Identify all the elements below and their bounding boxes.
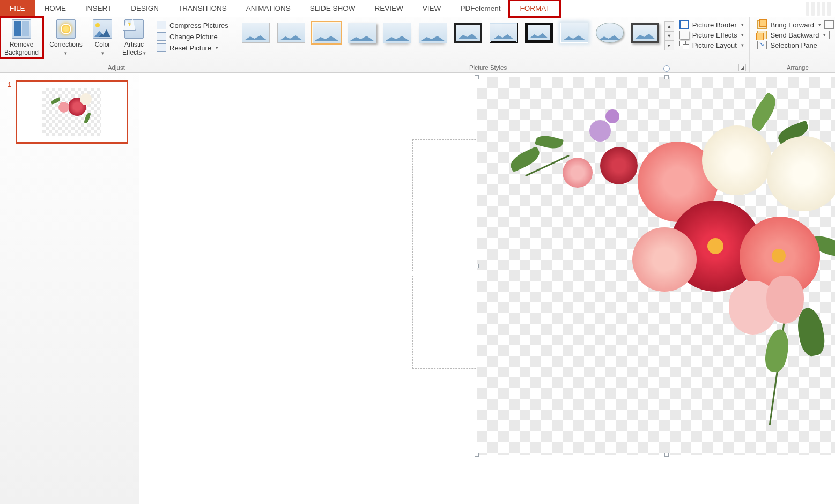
rotate-handle[interactable] <box>663 65 670 72</box>
slide-number: 1 <box>8 80 11 88</box>
remove-background-icon <box>12 19 31 39</box>
selection-pane-icon <box>757 41 767 49</box>
corrections-button[interactable]: Corrections▾ <box>46 18 86 57</box>
resize-handle-bl[interactable] <box>475 453 479 457</box>
chevron-down-icon: ▾ <box>741 22 744 27</box>
tab-animations[interactable]: ANIMATIONS <box>237 0 300 17</box>
tab-insert[interactable]: INSERT <box>76 0 121 17</box>
picture-style-9[interactable] <box>524 21 554 44</box>
picture-effects-button[interactable]: Picture Effects ▾ <box>679 31 744 39</box>
picture-style-2[interactable] <box>276 21 306 44</box>
group-button[interactable] <box>829 31 835 39</box>
tab-home[interactable]: HOME <box>35 0 76 17</box>
chevron-down-icon: ▾ <box>823 32 826 38</box>
reset-picture-button[interactable]: Reset Picture ▾ <box>153 43 232 53</box>
group-label-arrange: Arrange <box>753 63 835 72</box>
tab-file[interactable]: FILE <box>0 0 35 17</box>
resize-handle-tl[interactable] <box>475 75 479 79</box>
picture-style-10[interactable] <box>559 21 589 44</box>
picture-effects-icon <box>679 31 689 39</box>
picture-styles-dialog-launcher[interactable]: ◢ <box>738 64 746 71</box>
change-picture-icon <box>157 32 166 41</box>
color-button[interactable]: Color▾ <box>90 18 115 57</box>
picture-style-4[interactable] <box>347 21 377 44</box>
send-backward-icon <box>757 31 767 39</box>
thumbnail-image <box>42 88 101 136</box>
tab-design[interactable]: DESIGN <box>121 0 168 17</box>
resize-handle-ml[interactable] <box>475 264 479 268</box>
selection-pane-button[interactable]: Selection Pane <box>757 41 817 49</box>
tab-review[interactable]: REVIEW <box>365 0 413 17</box>
compress-pictures-button[interactable]: Compress Pictures <box>153 20 232 30</box>
slide-editor[interactable] <box>139 73 835 504</box>
resize-handle-tm[interactable] <box>664 75 669 79</box>
picture-style-5[interactable] <box>382 21 412 44</box>
chevron-down-icon: ▾ <box>64 50 67 56</box>
picture-styles-gallery <box>238 18 663 44</box>
chevron-down-icon: ▾ <box>142 50 146 56</box>
tab-slideshow[interactable]: SLIDE SHOW <box>300 0 365 17</box>
picture-style-1[interactable] <box>241 21 271 44</box>
picture-style-11[interactable] <box>595 21 625 44</box>
chevron-down-icon: ▾ <box>216 45 218 50</box>
picture-style-12[interactable] <box>630 21 660 44</box>
chevron-down-icon: ▾ <box>741 42 744 48</box>
picture-layout-button[interactable]: Picture Layout ▾ <box>679 41 744 49</box>
picture-style-6[interactable] <box>418 21 448 44</box>
tab-transitions[interactable]: TRANSITIONS <box>168 0 237 17</box>
gallery-more-button[interactable]: ▾ <box>664 41 674 50</box>
picture-border-icon <box>679 20 689 29</box>
resize-handle-bm[interactable] <box>664 453 669 457</box>
compress-icon <box>157 21 166 29</box>
reset-picture-icon <box>157 43 166 52</box>
align-button[interactable] <box>824 20 834 29</box>
rotate-button[interactable] <box>821 41 830 49</box>
gallery-scroll: ▲ ▼ ▾ <box>664 21 674 50</box>
titlebar-deco <box>559 0 835 17</box>
picture-border-button[interactable]: Picture Border ▾ <box>679 20 744 29</box>
artistic-effects-button[interactable]: Artistic Effects ▾ <box>119 18 149 57</box>
floral-image <box>477 77 835 455</box>
sun-icon <box>56 19 76 39</box>
slide-thumbnails-pane: 1 <box>0 73 139 504</box>
chevron-down-icon: ▾ <box>741 32 744 38</box>
picture-style-3[interactable] <box>312 21 342 44</box>
chevron-down-icon: ▾ <box>101 50 104 56</box>
slide-thumbnail-1[interactable] <box>16 80 128 144</box>
group-label-adjust: Adjust <box>1 63 232 72</box>
gallery-scroll-up[interactable]: ▲ <box>664 21 674 31</box>
selected-picture[interactable] <box>477 77 835 455</box>
tab-pdfelement[interactable]: PDFelement <box>450 0 510 17</box>
remove-background-button[interactable]: Remove Background <box>1 18 42 57</box>
send-backward-button[interactable]: Send Backward ▾ <box>757 31 826 39</box>
tab-view[interactable]: VIEW <box>413 0 451 17</box>
change-picture-button[interactable]: Change Picture <box>153 32 232 41</box>
tab-format[interactable]: FORMAT <box>510 0 559 17</box>
picture-style-8[interactable] <box>489 21 519 44</box>
gallery-scroll-down[interactable]: ▼ <box>664 31 674 41</box>
workspace: 1 <box>0 73 835 504</box>
picture-color-icon <box>93 19 112 39</box>
bring-forward-button[interactable]: Bring Forward ▾ <box>757 20 821 29</box>
artistic-effects-icon <box>124 19 144 39</box>
ribbon-format: Remove Background Corrections▾ Color▾ Ar… <box>0 17 835 73</box>
picture-style-7[interactable] <box>453 21 483 44</box>
tab-strip: FILE HOME INSERT DESIGN TRANSITIONS ANIM… <box>0 0 835 17</box>
picture-layout-icon <box>679 41 689 49</box>
bring-forward-icon <box>757 20 767 29</box>
chevron-down-icon: ▾ <box>818 22 821 27</box>
